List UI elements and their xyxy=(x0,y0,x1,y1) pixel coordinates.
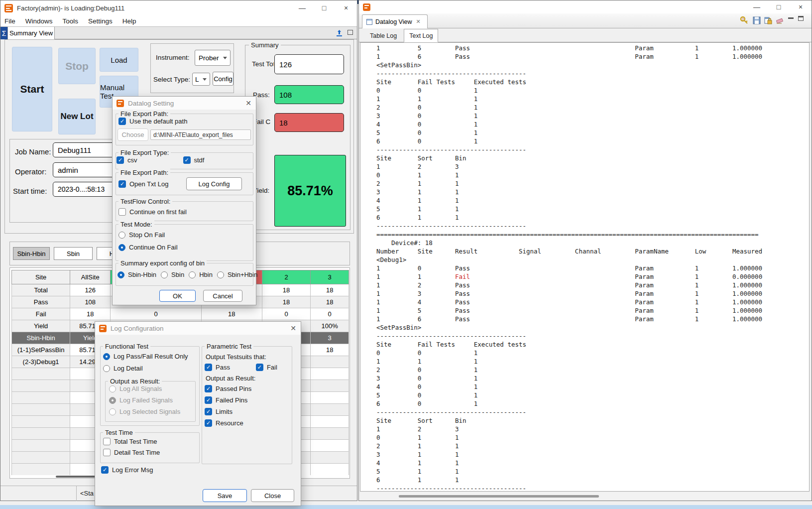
checkbox-open-txt-log[interactable]: ✓Open Txt Log xyxy=(118,180,169,188)
column-header-allsite[interactable]: AllSite xyxy=(70,270,111,284)
checkbox-csv[interactable]: ✓csv xyxy=(116,156,137,164)
option-label: Log Error Msg xyxy=(112,466,153,474)
close-dialog-button[interactable]: Close xyxy=(251,489,294,502)
checkbox-mark: ✓ xyxy=(118,118,126,125)
stop-button[interactable]: Stop xyxy=(58,48,96,84)
tab-datalog-view[interactable]: Datalog View ✕ xyxy=(362,14,428,28)
pass-field[interactable]: 108 xyxy=(274,85,344,104)
cancel-button[interactable]: Cancel xyxy=(203,290,242,302)
checkbox-resource[interactable]: ✓Resource xyxy=(205,419,251,427)
svg-text:?: ? xyxy=(742,17,744,21)
option-label: Log All Signals xyxy=(119,385,162,392)
param-output-options: ✓Passed Pins✓Failed Pins✓Limits✓Resource xyxy=(205,385,251,427)
minimize-button[interactable]: — xyxy=(291,0,313,15)
column-header-2[interactable]: 2 xyxy=(262,270,311,284)
select-type-select[interactable]: L xyxy=(192,73,210,86)
menu-item-windows[interactable]: Windows xyxy=(25,17,53,25)
instrument-select[interactable]: Prober xyxy=(195,50,231,66)
checkbox-passed-pins[interactable]: ✓Passed Pins xyxy=(205,385,251,392)
functional-options: Log Pass/Fail Result OnlyLog Detail xyxy=(103,353,188,372)
log-hscrollbar-track[interactable] xyxy=(360,493,810,500)
tab-summary-view[interactable]: Summary View xyxy=(7,27,55,39)
checkbox-detail-test-time[interactable]: Detail Test Time xyxy=(103,449,160,456)
checkbox-continue-on-first-fail[interactable]: Continue on first fail xyxy=(118,208,187,216)
minimize-button[interactable]: — xyxy=(746,0,768,13)
maximize-button[interactable]: □ xyxy=(313,0,335,15)
minimize-view-icon[interactable] xyxy=(788,17,794,19)
datalog-titlebar: — □ × xyxy=(359,0,812,13)
test-total-field[interactable]: 126 xyxy=(274,54,344,74)
close-icon[interactable]: ✕ xyxy=(286,322,301,335)
scroll-lock-icon[interactable] xyxy=(764,16,773,25)
radio-log-all-signals[interactable]: Log All Signals xyxy=(109,385,180,392)
checkbox-failed-pins[interactable]: ✓Failed Pins xyxy=(205,396,251,404)
radio-log-pass-fail-result-only[interactable]: Log Pass/Fail Result Only xyxy=(103,353,188,360)
checkbox-mark: ✓ xyxy=(256,364,263,371)
sigma-icon: Σ xyxy=(0,27,7,39)
yield-box: 85.71% xyxy=(274,155,346,227)
save-button[interactable]: Save xyxy=(203,489,247,502)
new-lot-button[interactable]: New Lot xyxy=(58,99,96,134)
checkbox-fail[interactable]: ✓Fail xyxy=(256,364,277,371)
table-row[interactable]: Fail1801800 xyxy=(12,308,349,320)
log-error-msg: ✓Log Error Msg xyxy=(101,466,153,474)
load-button[interactable]: Load xyxy=(100,48,138,72)
export-path-field[interactable]: d:\MINI-ATE\auto_export_files xyxy=(150,129,251,140)
config-button[interactable]: Config xyxy=(213,72,233,86)
radio-mark xyxy=(118,232,125,239)
radio-log-detail[interactable]: Log Detail xyxy=(103,365,188,372)
menu-item-settings[interactable]: Settings xyxy=(88,17,113,25)
file-export-path-label: File Export Path: xyxy=(118,110,170,118)
radio-sbin[interactable]: Sbin xyxy=(161,271,184,278)
log-config-button[interactable]: Log Config xyxy=(186,177,242,190)
radio-sbin-hbin[interactable]: Sbin+Hbin xyxy=(217,271,257,278)
checkbox-stdf[interactable]: ✓stdf xyxy=(183,156,205,164)
bin-tab-sbin-hbin[interactable]: Sbin-Hbin xyxy=(13,247,50,260)
menu-item-help[interactable]: Help xyxy=(122,17,136,25)
maximize-button[interactable]: □ xyxy=(768,0,790,13)
checkbox-total-test-time[interactable]: Total Test Time xyxy=(103,438,160,445)
export-icon[interactable] xyxy=(335,29,344,37)
radio-hbin[interactable]: Hbin xyxy=(189,271,213,278)
radio-sbin-hbin[interactable]: Sbin-Hbin xyxy=(117,271,156,278)
log-hscrollbar-thumb[interactable] xyxy=(399,495,599,498)
checkbox-log-error-msg[interactable]: ✓Log Error Msg xyxy=(101,466,153,474)
radio-log-failed-signals[interactable]: Log Failed Signals xyxy=(109,396,180,404)
close-icon[interactable]: ✕ xyxy=(241,97,256,110)
ok-button[interactable]: OK xyxy=(159,290,196,302)
column-header-3[interactable]: 3 xyxy=(311,270,349,284)
log-content[interactable]: 1 5 Pass Param 1 1.000000 1 6 Pass Param… xyxy=(360,42,810,492)
log-configuration-dialog: Log Configuration ✕ Functional Test Log … xyxy=(95,321,301,506)
close-button[interactable]: × xyxy=(790,0,812,13)
tab-table-log[interactable]: Table Log xyxy=(365,30,402,42)
checkbox-limits[interactable]: ✓Limits xyxy=(205,408,251,415)
radio-continue-on-fail[interactable]: Continue On Fail xyxy=(118,244,178,251)
view-tab-strip: Datalog View ✕ ? xyxy=(359,13,812,28)
save-icon[interactable] xyxy=(752,16,761,25)
tab-text-log[interactable]: Text Log xyxy=(404,29,438,42)
restore-pane-icon[interactable] xyxy=(348,30,353,35)
maximize-view-icon[interactable] xyxy=(798,16,804,21)
fail-count-field[interactable]: 18 xyxy=(274,113,344,132)
column-header-site[interactable]: Site xyxy=(12,270,70,284)
radio-mark xyxy=(118,244,125,251)
close-tab-icon[interactable]: ✕ xyxy=(416,18,420,25)
option-label: Detail Test Time xyxy=(114,449,160,456)
checkbox-use-the-default-path[interactable]: ✓Use the default path xyxy=(118,118,187,125)
key-filter-icon[interactable]: ? xyxy=(740,16,749,25)
view-tab-bar: Σ Summary View xyxy=(0,26,357,39)
choose-button[interactable]: Choose xyxy=(117,128,148,141)
menu-item-tools[interactable]: Tools xyxy=(63,17,79,25)
close-button[interactable]: × xyxy=(335,0,357,15)
datalog-window: — □ × Datalog View ✕ ? Table LogText Log… xyxy=(358,0,812,501)
bin-tab-sbin[interactable]: Sbin xyxy=(54,247,93,260)
menu-item-file[interactable]: File xyxy=(4,17,15,25)
clear-log-icon[interactable] xyxy=(775,16,784,25)
radio-stop-on-fail[interactable]: Stop On Fail xyxy=(118,231,178,239)
start-button[interactable]: Start xyxy=(12,47,52,131)
dialog-title: Log Configuration xyxy=(111,325,164,332)
radio-log-selected-signals[interactable]: Log Selected Signals xyxy=(109,408,180,415)
checkbox-pass[interactable]: ✓Pass xyxy=(205,364,230,371)
test-time-label: Test Time xyxy=(103,429,135,436)
option-label: Log Failed Signals xyxy=(119,396,173,404)
